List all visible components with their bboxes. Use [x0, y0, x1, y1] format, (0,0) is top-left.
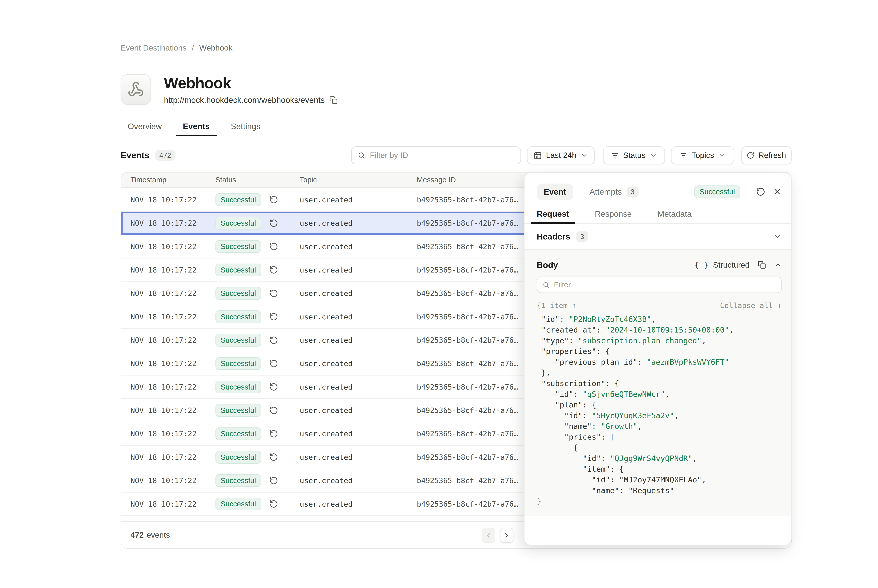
search-box	[351, 146, 521, 164]
json-line: "name": "Requests"	[537, 485, 782, 496]
timestamp-cell: NOV 18 10:17:22	[131, 219, 215, 227]
tab-events[interactable]: Events	[176, 118, 217, 136]
retry-icon	[269, 500, 278, 508]
search-icon	[358, 151, 365, 159]
chevron-left-icon	[485, 532, 492, 539]
retry-row-button[interactable]	[269, 195, 278, 204]
retry-icon	[269, 429, 278, 438]
content-tab-metadata[interactable]: Metadata	[652, 206, 698, 224]
json-line: "properties": {	[537, 346, 782, 357]
topic-cell: user.created	[300, 429, 417, 438]
status-badge: Successful	[694, 186, 740, 198]
last-24h-filter-button[interactable]: Last 24h	[527, 146, 595, 164]
status-cell: Successful	[215, 217, 300, 230]
items-expand-toggle[interactable]: {1 item ↑	[537, 301, 576, 310]
retry-icon	[269, 312, 278, 321]
retry-icon	[269, 382, 278, 391]
retry-row-button[interactable]	[269, 476, 278, 485]
structured-mode-toggle[interactable]: { } Structured	[695, 260, 749, 270]
timestamp-cell: NOV 18 10:17:22	[131, 406, 215, 415]
retry-row-button[interactable]	[269, 336, 278, 345]
body-section: Body { } Structured	[525, 250, 791, 516]
json-line: "name": "Growth",	[537, 421, 782, 432]
retry-row-button[interactable]	[269, 406, 278, 415]
content-tab-response[interactable]: Response	[589, 206, 637, 224]
topic-cell: user.created	[300, 476, 417, 485]
detail-tab-attempts[interactable]: Attempts3	[582, 183, 646, 201]
retry-row-button[interactable]	[269, 219, 278, 228]
retry-event-button[interactable]	[756, 187, 765, 196]
page-title: Webhook	[164, 74, 338, 92]
status-cell: Successful	[215, 240, 300, 253]
tab-overview[interactable]: Overview	[121, 118, 169, 136]
json-line: "previous_plan_id": "aezmBVpPksWVY6FT"	[537, 357, 782, 368]
topic-cell: user.created	[300, 500, 417, 508]
search-icon	[543, 281, 549, 288]
prev-page-button[interactable]	[482, 528, 495, 543]
retry-icon	[269, 195, 278, 204]
next-page-button[interactable]	[500, 528, 513, 543]
tab-settings[interactable]: Settings	[224, 118, 268, 136]
json-line: "created_at": "2024-10-10T09:15:50+00:00…	[537, 325, 782, 335]
retry-row-button[interactable]	[269, 359, 278, 368]
copy-body-button[interactable]	[758, 261, 766, 269]
search-input[interactable]	[370, 151, 515, 160]
braces-icon: { }	[695, 261, 709, 269]
retry-icon	[269, 242, 278, 251]
json-line: },	[537, 368, 782, 378]
retry-icon	[269, 476, 278, 485]
app-window: Event Destinations / Webhook Webhook htt…	[0, 0, 878, 588]
body-section-label: Body	[537, 260, 558, 270]
filter-label: Status	[623, 151, 646, 160]
status-filter-button[interactable]: Status	[603, 146, 665, 164]
body-filter-input[interactable]	[554, 280, 776, 289]
breadcrumb-item-event-destinations[interactable]: Event Destinations	[121, 44, 186, 52]
detail-header: EventAttempts3 Successful	[525, 173, 791, 202]
topics-filter-button[interactable]: Topics	[671, 146, 734, 164]
column-header-topic: Topic	[300, 176, 417, 184]
status-cell: Successful	[215, 357, 300, 370]
status-badge: Successful	[215, 474, 261, 487]
status-badge: Successful	[215, 287, 261, 300]
retry-row-button[interactable]	[269, 382, 278, 391]
json-line: "id": "QJgg9WrS4vyQPNdR",	[537, 453, 782, 464]
attempts-count-badge: 3	[627, 186, 639, 197]
collapse-all-button[interactable]: Collapse all ↑	[720, 301, 782, 310]
retry-icon	[269, 406, 278, 415]
headers-section-toggle[interactable]: Headers 3	[525, 224, 791, 250]
json-line: "id": "MJ2oy747MNQXELAo",	[537, 474, 782, 485]
events-table-card: TimestampStatusTopicMessage ID NOV 18 10…	[121, 172, 792, 549]
retry-row-button[interactable]	[269, 429, 278, 438]
headers-section-label: Headers	[537, 232, 570, 242]
detail-tab-label: Attempts	[589, 187, 622, 196]
status-cell: Successful	[215, 381, 300, 393]
json-line: "prices": [	[537, 432, 782, 442]
refresh-label: Refresh	[758, 151, 786, 160]
retry-icon	[756, 187, 765, 196]
chevron-down-icon	[580, 152, 588, 159]
breadcrumb: Event Destinations / Webhook	[121, 44, 233, 52]
topic-cell: user.created	[300, 242, 417, 251]
close-icon	[773, 188, 782, 196]
retry-row-button[interactable]	[269, 242, 278, 251]
close-panel-button[interactable]	[773, 188, 782, 196]
status-badge: Successful	[215, 334, 261, 346]
status-badge: Successful	[215, 498, 261, 510]
retry-row-button[interactable]	[269, 289, 278, 298]
content-tab-request[interactable]: Request	[531, 206, 575, 224]
json-line: "item": {	[537, 464, 782, 474]
detail-tab-event[interactable]: Event	[537, 183, 573, 200]
json-line: "type": "subscription.plan_changed",	[537, 335, 782, 346]
collapse-body-button[interactable]	[774, 261, 782, 268]
retry-icon	[269, 359, 278, 368]
status-badge: Successful	[215, 194, 261, 206]
json-line: }	[537, 496, 782, 507]
refresh-button[interactable]: Refresh	[741, 146, 792, 164]
chevron-right-icon	[503, 532, 510, 539]
retry-row-button[interactable]	[269, 312, 278, 321]
body-filter-box	[537, 276, 782, 293]
retry-row-button[interactable]	[269, 500, 278, 508]
copy-url-button[interactable]	[329, 96, 338, 104]
retry-row-button[interactable]	[269, 453, 278, 462]
retry-row-button[interactable]	[269, 266, 278, 274]
